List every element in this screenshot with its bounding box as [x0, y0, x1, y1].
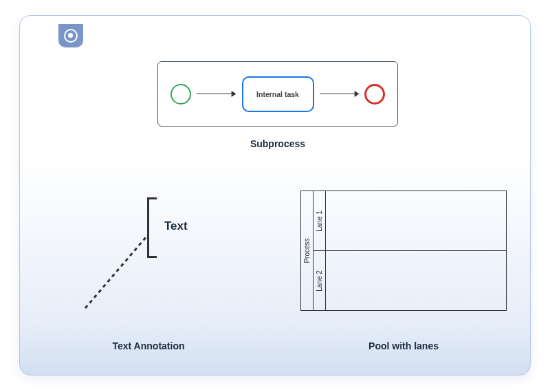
internal-task: Internal task	[242, 76, 314, 112]
text-annotation: Text	[82, 190, 219, 307]
svg-line-4	[85, 236, 147, 308]
lane-header: Lane 1	[314, 191, 326, 250]
annotation-caption: Text Annotation	[69, 340, 228, 351]
lane-label: Lane 1	[316, 210, 323, 232]
lane-body	[326, 191, 506, 250]
pool-caption: Pool with lanes	[300, 340, 507, 351]
start-event-icon	[170, 84, 191, 105]
lanes-container: Lane 1 Lane 2	[314, 191, 506, 310]
pool-header-label: Process	[303, 238, 311, 263]
svg-marker-3	[354, 91, 359, 97]
lane: Lane 2	[314, 251, 506, 310]
logo-icon	[64, 29, 78, 43]
task-label: Internal task	[256, 90, 299, 98]
sequence-flow-arrow	[320, 94, 360, 94]
annotation-text: Text	[164, 219, 188, 233]
lane: Lane 1	[314, 191, 506, 251]
lane-body	[326, 251, 506, 310]
sequence-flow-arrow	[197, 94, 236, 94]
association-line	[82, 229, 151, 312]
annotation-bracket-icon	[147, 197, 157, 258]
lane-header: Lane 2	[314, 251, 326, 310]
svg-marker-1	[232, 91, 236, 97]
pool-header: Process	[301, 191, 314, 310]
card-tab	[58, 24, 83, 47]
pool: Process Lane 1 Lane 2	[300, 190, 507, 311]
diagram-card: Internal task Subprocess Text Text Annot…	[19, 15, 531, 375]
subprocess-caption: Subprocess	[157, 138, 398, 149]
end-event-icon	[364, 84, 385, 105]
subprocess-container: Internal task	[157, 61, 398, 127]
lane-label: Lane 2	[316, 270, 323, 292]
